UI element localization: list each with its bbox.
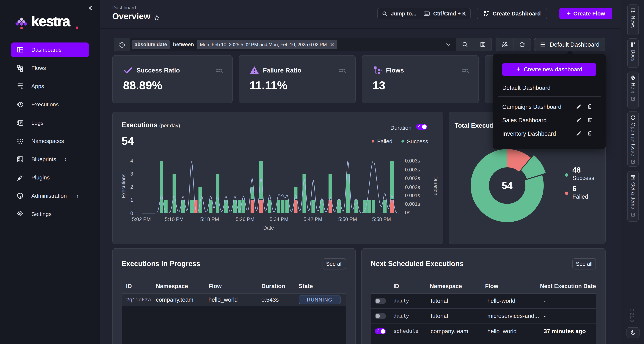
svg-text:54: 54 (502, 180, 512, 191)
